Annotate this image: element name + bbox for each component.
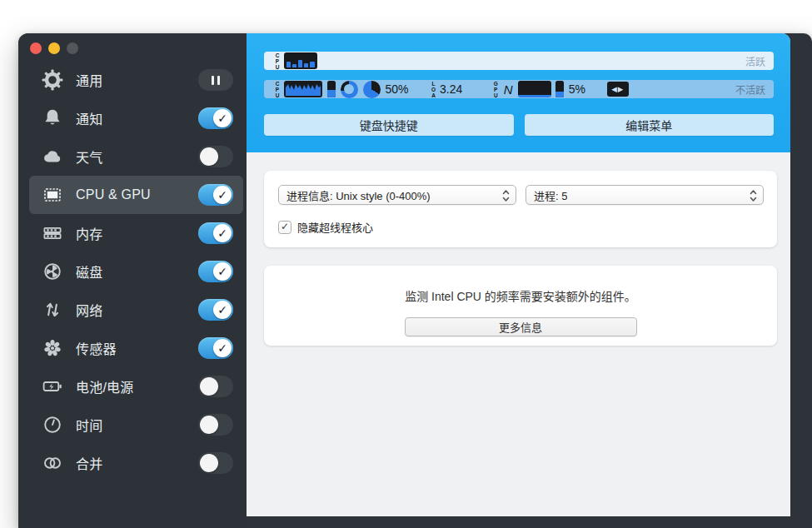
process-count-value: 进程: 5	[534, 187, 567, 203]
app-window: 通用 通知	[18, 33, 812, 528]
content-pane: CPU 活跃 CPU 50% LOA 3.24	[247, 33, 790, 516]
close-button[interactable]	[30, 42, 42, 54]
zoom-button[interactable]	[67, 42, 78, 54]
battery-icon	[42, 376, 63, 397]
chevron-up-down-icon	[750, 189, 757, 206]
clock-icon	[42, 414, 63, 436]
sidebar-item-weather[interactable]: 天气	[29, 137, 243, 176]
sidebar-list: 通用 通知	[18, 33, 247, 482]
cpu-waveform-widget	[284, 81, 322, 97]
sidebar-item-disk[interactable]: 磁盘	[29, 252, 243, 291]
sidebar: 通用 通知	[18, 33, 247, 528]
gpu-usage-pill-widget	[555, 81, 564, 97]
header-buttons: 键盘快捷键 编辑菜单	[264, 114, 774, 136]
ram-icon	[42, 222, 63, 244]
menubar-preview-header: CPU 活跃 CPU 50% LOA 3.24	[247, 33, 790, 152]
sidebar-item-label: 天气	[76, 147, 102, 167]
sidebar-item-label: 时间	[76, 415, 102, 435]
inactive-status-label: 不活跃	[735, 82, 765, 97]
network-toggle[interactable]	[198, 299, 233, 321]
sidebar-item-label: 电池/电源	[76, 376, 133, 396]
sidebar-item-label: 网络	[76, 300, 102, 320]
sidebar-item-label: 通用	[76, 70, 102, 90]
battery-toggle[interactable]	[198, 376, 233, 397]
cloud-icon	[42, 146, 63, 167]
combine-toggle[interactable]	[198, 452, 233, 474]
sidebar-item-time[interactable]: 时间	[29, 406, 243, 444]
cpu-pie-widget	[363, 81, 381, 98]
sidebar-item-cpu-gpu[interactable]: CPU & GPU	[29, 176, 243, 214]
cpu-gpu-toggle[interactable]	[198, 184, 233, 206]
intel-frequency-message: 监测 Intel CPU 的频率需要安装额外的组件。	[264, 287, 777, 304]
chip-icon	[42, 184, 63, 206]
sidebar-item-memory[interactable]: 内存	[29, 214, 243, 252]
menubar-preview-active[interactable]: CPU 活跃	[264, 52, 774, 70]
gpu-mode-letter: N	[504, 82, 513, 97]
disk-icon	[42, 261, 63, 282]
gpu-percent-value: 5%	[569, 82, 585, 96]
cpu-vertical-label: CPU	[274, 52, 280, 70]
sidebar-item-battery[interactable]: 电池/电源	[29, 367, 243, 406]
cpu-percent-value: 50%	[386, 82, 409, 96]
sidebar-item-sensors[interactable]: 传感器	[29, 329, 243, 367]
process-info-value: 进程信息: Unix style (0-400%)	[286, 187, 431, 203]
sidebar-item-label: 传感器	[76, 338, 117, 358]
gpu-vertical-label: GPU	[492, 81, 498, 98]
settings-main-area: 进程信息: Unix style (0-400%) 进程: 5	[247, 152, 790, 516]
chevron-up-down-icon	[502, 189, 510, 206]
cpu-donut-widget	[341, 81, 358, 98]
fan-icon	[42, 337, 63, 359]
sensors-toggle[interactable]	[198, 337, 233, 359]
gear-icon	[42, 69, 63, 91]
sidebar-item-label: 通知	[76, 108, 102, 128]
sidebar-item-network[interactable]: 网络	[29, 291, 243, 329]
pause-button[interactable]	[198, 69, 233, 91]
gpu-graph-widget	[518, 81, 551, 97]
network-icon	[42, 299, 63, 321]
keyboard-shortcuts-button[interactable]: 键盘快捷键	[264, 114, 514, 136]
notifications-toggle[interactable]	[198, 107, 233, 129]
menubar-preview-inactive[interactable]: CPU 50% LOA 3.24 GPU N	[264, 80, 774, 98]
sidebar-item-label: 合并	[76, 453, 102, 473]
merge-icon	[42, 452, 63, 474]
page-background: 通用 通知	[0, 0, 812, 528]
active-status-label: 活跃	[745, 54, 765, 68]
cpu-usage-pill-widget	[327, 81, 336, 97]
sidebar-item-label: 磁盘	[76, 262, 102, 281]
sidebar-item-general[interactable]: 通用	[29, 61, 243, 99]
sidebar-item-combine[interactable]: 合并	[29, 444, 243, 482]
load-vertical-label: LOA	[431, 81, 436, 98]
edit-menu-button[interactable]: 编辑菜单	[525, 114, 775, 136]
minimize-button[interactable]	[48, 42, 60, 54]
cpu-vertical-label: CPU	[274, 81, 280, 98]
weather-toggle[interactable]	[198, 146, 233, 167]
bell-icon	[42, 107, 63, 129]
process-settings-card: 进程信息: Unix style (0-400%) 进程: 5	[264, 171, 777, 247]
time-toggle[interactable]	[198, 414, 233, 436]
more-info-button[interactable]: 更多信息	[405, 317, 637, 336]
disk-toggle[interactable]	[198, 261, 233, 282]
sidebar-item-label: CPU & GPU	[76, 187, 151, 202]
sidebar-item-label: 内存	[76, 223, 102, 243]
process-info-select[interactable]: 进程信息: Unix style (0-400%)	[278, 185, 516, 205]
intel-frequency-card: 监测 Intel CPU 的频率需要安装额外的组件。 更多信息	[264, 266, 777, 346]
cpu-bar-chart-widget	[284, 52, 317, 69]
memory-toggle[interactable]	[198, 222, 233, 244]
sidebar-item-notifications[interactable]: 通知	[29, 99, 243, 137]
hide-hyperthreading-label: 隐藏超线程核心	[297, 219, 373, 235]
load-average-value: 3.24	[440, 82, 462, 96]
hide-hyperthreading-checkbox[interactable]	[278, 221, 291, 234]
move-arrows-icon: ◀▶	[607, 82, 629, 97]
traffic-lights	[30, 42, 78, 54]
process-count-select[interactable]: 进程: 5	[526, 185, 764, 205]
